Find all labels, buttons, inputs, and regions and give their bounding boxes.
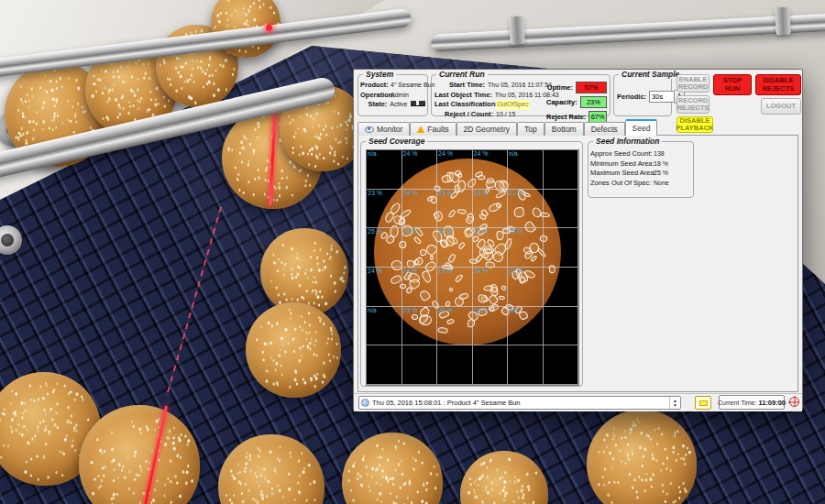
system-panel-title: System	[363, 70, 396, 79]
grid-cell-coverage-label: 19 %	[473, 307, 508, 314]
reject-count-row: Reject / Count: 10 / 15	[434, 110, 552, 120]
tab-bottom-label: Bottom	[552, 125, 577, 134]
history-combobox[interactable]: Thu 05, 2016 15:08:01 : Product 4" Sesam…	[358, 396, 681, 410]
tab-bottom[interactable]: Bottom	[544, 122, 584, 136]
grid-cell: n/a	[508, 150, 544, 190]
tab-top[interactable]: Top	[517, 122, 544, 136]
tab-monitor-label: Monitor	[377, 125, 402, 134]
seed-coverage-title: Seed Coverage	[366, 137, 427, 146]
grid-cell-coverage-label: 20 %	[437, 307, 472, 314]
uptime-label: Uptime:	[546, 83, 573, 92]
crosshair-icon	[789, 397, 799, 407]
grid-cell	[402, 345, 438, 385]
operation-value: Admin	[390, 91, 409, 101]
grid-cell: 23 %	[437, 190, 473, 229]
tab-2d-geometry-label: 2D Geometry	[464, 125, 511, 134]
grid-cell-coverage-label: n/a	[367, 150, 402, 158]
sesame-seeds	[323, 128, 324, 131]
enable-record-button[interactable]: ENABLE RECORD	[676, 74, 710, 93]
record-rejects-button[interactable]: RECORD REJECTS	[676, 95, 710, 114]
inspection-app-window: System Product: 4" Sesame Bun Operation:…	[353, 69, 803, 411]
grid-cell-coverage-label: 24 %	[402, 190, 437, 197]
reject-count-value: 10 / 15	[496, 110, 515, 120]
tab-defects[interactable]: Defects	[584, 122, 625, 136]
tab-faults[interactable]: Faults	[410, 122, 456, 136]
calibration-target-button[interactable]	[788, 396, 801, 409]
tab-strip: Monitor Faults 2D Geometry Top Bottom De…	[358, 120, 670, 136]
tab-seed[interactable]: Seed	[625, 119, 658, 136]
grid-cell: n/a	[367, 307, 402, 346]
grid-cell	[367, 345, 402, 385]
eye-icon	[365, 126, 374, 133]
maximum-seed-area-row: Maximum Seed Area: 25 %	[590, 169, 691, 179]
rail-clamp	[775, 7, 791, 36]
approx-seed-count-row: Approx Seed Count: 138	[590, 149, 691, 159]
history-entry-text: Thu 05, 2016 15:08:01 : Product 4" Sesam…	[372, 399, 669, 407]
sesame-seeds	[642, 465, 644, 467]
start-time-label: Start Time:	[434, 81, 485, 91]
disable-rejects-button[interactable]: DISABLE REJECTS	[755, 74, 801, 95]
grid-cell	[544, 345, 579, 385]
status-indicator-button[interactable]	[695, 396, 711, 410]
grid-cell-coverage-label: 24 %	[473, 150, 508, 158]
grid-cell-coverage-label: 24 %	[367, 268, 402, 275]
approx-seed-count-value: 138	[654, 149, 665, 159]
grid-cell-coverage-label: 25 %	[367, 228, 402, 236]
grid-cell-coverage-label: 24 %	[402, 150, 437, 158]
grid-cell: 23 %	[402, 307, 438, 346]
operation-label: Operation:	[360, 91, 388, 101]
grid-cell-coverage-label: 20 %	[437, 228, 472, 236]
system-product-row: Product: 4" Sesame Bun	[360, 81, 425, 91]
grid-cell	[508, 345, 544, 385]
seed-information-panel: Seed Information Approx Seed Count: 138 …	[588, 141, 694, 198]
grid-cell-coverage-label: 24 %	[473, 268, 508, 275]
tab-2d-geometry[interactable]: 2D Geometry	[456, 122, 518, 136]
grid-cell-coverage-label: n/a	[508, 307, 543, 314]
grid-cell: 20 %	[437, 228, 473, 268]
stop-run-button[interactable]: STOP RUN	[713, 74, 752, 95]
grid-cell: 19 %	[473, 190, 509, 229]
grid-cell: 25 %	[508, 228, 544, 268]
combo-spinner[interactable]: ▲▼	[669, 397, 680, 409]
grid-cell: n/a	[508, 307, 544, 346]
start-time-value: Thu 05, 2016 11:07:54	[488, 81, 552, 91]
grid-cell: 24 %	[473, 268, 509, 307]
tab-top-label: Top	[524, 125, 537, 134]
capacity-value: 23%	[580, 96, 607, 108]
laser-emitter-dot	[266, 25, 272, 31]
last-object-time-label: Last Object Time:	[434, 91, 492, 101]
capacity-label: Capacity:	[546, 98, 578, 106]
last-classifications-label: Last Classifications:	[434, 100, 493, 110]
state-label: State:	[360, 100, 387, 110]
disable-playback-button[interactable]: DISABLE PLAYBACK	[676, 116, 713, 133]
minimum-seed-area-label: Minimum Seed Area:	[590, 159, 651, 170]
grid-cell: 24 %	[473, 150, 509, 190]
status-bar: Thu 05, 2016 15:08:01 : Product 4" Sesam…	[354, 393, 802, 411]
grid-cell-coverage-label: 19 %	[437, 268, 472, 275]
tab-faults-label: Faults	[427, 125, 448, 134]
grid-cell-coverage-label: n/a	[367, 307, 402, 314]
last-classifications-value: OutOfSpec	[496, 100, 530, 110]
product-value: 4" Sesame Bun	[390, 81, 434, 91]
sesame-seeds	[197, 66, 199, 69]
system-operation-row: Operation: Admin	[360, 91, 425, 101]
note-icon	[699, 400, 708, 406]
sesame-seeds	[131, 90, 133, 93]
logout-button[interactable]: LOGOUT	[761, 98, 801, 115]
minimum-seed-area-row: Minimum Seed Area: 18 %	[590, 159, 691, 170]
current-sample-title: Current Sample	[619, 70, 682, 79]
grid-cell	[473, 345, 509, 385]
system-state-row: State: Active	[360, 100, 425, 110]
start-time-row: Start Time: Thu 05, 2016 11:07:54	[434, 81, 552, 91]
grid-cell: 25 %	[367, 228, 402, 268]
state-value: Active	[390, 100, 407, 110]
grid-cell-coverage-label: 19 %	[473, 190, 508, 197]
periodic-value[interactable]: 30s	[649, 91, 675, 103]
grid-cell-coverage-label: n/a	[508, 150, 543, 158]
history-icon	[361, 399, 369, 407]
seed-tab-content: Seed Coverage n/a24 %24 %24 %n/a23 %24 %…	[358, 135, 798, 392]
seed-coverage-panel: Seed Coverage n/a24 %24 %24 %n/a23 %24 %…	[360, 141, 583, 387]
grid-cell: 24 %	[402, 150, 438, 190]
uptime-row: Uptime: 57%	[546, 82, 607, 93]
tab-monitor[interactable]: Monitor	[358, 122, 410, 136]
